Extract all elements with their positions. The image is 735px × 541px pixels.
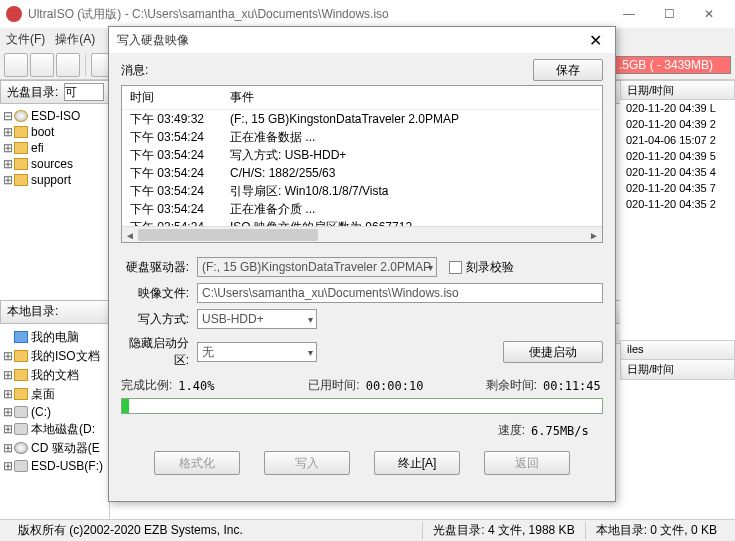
close-button[interactable]: ✕ [689, 0, 729, 28]
tree-item[interactable]: ⊞CD 驱动器(E [2, 439, 107, 458]
local-label: 本地目录: [7, 303, 58, 320]
chevron-down-icon: ▾ [428, 262, 433, 273]
titlebar: UltraISO (试用版) - C:\Users\samantha_xu\Do… [0, 0, 735, 28]
pct-value: 1.40% [178, 379, 248, 393]
speed-label: 速度: [498, 422, 525, 439]
abort-button[interactable]: 终止[A] [374, 451, 460, 475]
pct-label: 完成比例: [121, 377, 172, 394]
app-icon [6, 6, 22, 22]
remain-value: 00:11:45 [543, 379, 603, 393]
list-row[interactable]: 020-11-20 04:39 2 [620, 116, 735, 132]
log-h-scrollbar[interactable]: ◄ ► [122, 226, 602, 242]
right-date-header2[interactable]: 日期/时间 [620, 360, 735, 380]
toolbar-new-icon[interactable] [4, 53, 28, 77]
log-col-event: 事件 [222, 86, 262, 109]
status-copyright: 版权所有 (c)2002-2020 EZB Systems, Inc. [8, 522, 422, 539]
chevron-down-icon: ▾ [308, 347, 313, 358]
log-row[interactable]: 下午 03:54:24写入方式: USB-HDD+ [122, 146, 602, 164]
format-button[interactable]: 格式化 [154, 451, 240, 475]
log-row[interactable]: 下午 03:54:24ISO 映像文件的扇区数为 9667712 [122, 218, 602, 226]
chevron-down-icon: ▾ [308, 314, 313, 325]
tree-item[interactable]: ⊞support [2, 172, 107, 188]
drive-dropdown[interactable]: (F:, 15 GB)KingstonDataTraveler 2.0PMAP▾ [197, 257, 437, 277]
speed-value: 6.75MB/s [531, 424, 591, 438]
list-row[interactable]: 020-11-20 04:35 7 [620, 180, 735, 196]
write-button[interactable]: 写入 [264, 451, 350, 475]
status-local: 本地目录: 0 文件, 0 KB [585, 522, 727, 539]
log-col-time: 时间 [122, 86, 222, 109]
progress-fill [122, 399, 129, 413]
tree-item[interactable]: ⊞我的文档 [2, 366, 107, 385]
tree-item[interactable]: ⊞efi [2, 140, 107, 156]
write-disk-image-dialog: 写入硬盘映像 ✕ 消息: 保存 时间 事件 下午 03:49:32(F:, 15… [108, 26, 616, 502]
verify-label: 刻录校验 [466, 259, 514, 276]
tree-item[interactable]: ⊞sources [2, 156, 107, 172]
tree-computer[interactable]: 我的电脑 [2, 328, 107, 347]
list-row[interactable]: 020-11-20 04:39 L [620, 100, 735, 116]
optical-combo[interactable]: 可 [64, 83, 104, 101]
quick-boot-button[interactable]: 便捷启动 [503, 341, 603, 363]
dialog-titlebar: 写入硬盘映像 ✕ [109, 27, 615, 53]
tree-item[interactable]: ⊞ESD-USB(F:) [2, 458, 107, 474]
statusbar: 版权所有 (c)2002-2020 EZB Systems, Inc. 光盘目录… [0, 519, 735, 541]
window-title: UltraISO (试用版) - C:\Users\samantha_xu\Do… [28, 6, 609, 23]
capacity-text: .5GB ( - 3439MB) [619, 58, 713, 72]
log-row[interactable]: 下午 03:54:24C/H/S: 1882/255/63 [122, 164, 602, 182]
log-listbox[interactable]: 时间 事件 下午 03:49:32(F:, 15 GB)KingstonData… [121, 85, 603, 243]
list-row[interactable]: 020-11-20 04:35 2 [620, 196, 735, 212]
scroll-right-icon[interactable]: ► [586, 227, 602, 243]
dialog-title: 写入硬盘映像 [117, 32, 583, 49]
dialog-close-icon[interactable]: ✕ [583, 28, 607, 52]
right-list-slice: 日期/时间 020-11-20 04:39 L020-11-20 04:39 2… [620, 80, 735, 380]
tree-root[interactable]: ⊟ ESD-ISO [2, 108, 107, 124]
tree-item[interactable]: ⊞boot [2, 124, 107, 140]
image-label: 映像文件: [121, 285, 197, 302]
tree-item[interactable]: ⊞本地磁盘(D: [2, 420, 107, 439]
scroll-thumb[interactable] [138, 229, 318, 241]
tree-item[interactable]: ⊞(C:) [2, 404, 107, 420]
minimize-button[interactable]: — [609, 0, 649, 28]
write-mode-label: 写入方式: [121, 311, 197, 328]
hidden-boot-label: 隐藏启动分区: [121, 335, 197, 369]
log-row[interactable]: 下午 03:54:24正在准备数据 ... [122, 128, 602, 146]
verify-checkbox[interactable] [449, 261, 462, 274]
image-path-field[interactable]: C:\Users\samantha_xu\Documents\Windows.i… [197, 283, 603, 303]
log-row[interactable]: 下午 03:54:24正在准备介质 ... [122, 200, 602, 218]
optical-label: 光盘目录: [7, 84, 58, 101]
list-row[interactable]: 020-11-20 04:35 4 [620, 164, 735, 180]
elapsed-label: 已用时间: [308, 377, 359, 394]
toolbar-open-icon[interactable] [30, 53, 54, 77]
status-optical: 光盘目录: 4 文件, 1988 KB [422, 522, 584, 539]
message-label: 消息: [121, 62, 533, 79]
write-mode-dropdown[interactable]: USB-HDD+▾ [197, 309, 317, 329]
toolbar-save-icon[interactable] [56, 53, 80, 77]
capacity-bar: .5GB ( - 3439MB) [601, 56, 731, 74]
menu-operate[interactable]: 操作(A) [55, 31, 95, 48]
menu-file[interactable]: 文件(F) [6, 31, 45, 48]
log-row[interactable]: 下午 03:54:24引导扇区: Win10/8.1/8/7/Vista [122, 182, 602, 200]
tree-item[interactable]: ⊞桌面 [2, 385, 107, 404]
drive-label: 硬盘驱动器: [121, 259, 197, 276]
right-date-header[interactable]: 日期/时间 [620, 80, 735, 100]
maximize-button[interactable]: ☐ [649, 0, 689, 28]
optical-tree[interactable]: ⊟ ESD-ISO ⊞boot⊞efi⊞sources⊞support [0, 104, 110, 300]
elapsed-value: 00:00:10 [366, 379, 426, 393]
right-iles-header: iles [620, 340, 735, 360]
save-button[interactable]: 保存 [533, 59, 603, 81]
back-button[interactable]: 返回 [484, 451, 570, 475]
hidden-boot-dropdown[interactable]: 无▾ [197, 342, 317, 362]
tree-item[interactable]: ⊞我的ISO文档 [2, 347, 107, 366]
log-row[interactable]: 下午 03:49:32(F:, 15 GB)KingstonDataTravel… [122, 110, 602, 128]
local-tree[interactable]: 我的电脑 ⊞我的ISO文档⊞我的文档⊞桌面⊞(C:)⊞本地磁盘(D:⊞CD 驱动… [0, 324, 110, 520]
progress-bar [121, 398, 603, 414]
scroll-left-icon[interactable]: ◄ [122, 227, 138, 243]
remain-label: 剩余时间: [486, 377, 537, 394]
list-row[interactable]: 020-11-20 04:39 5 [620, 148, 735, 164]
list-row[interactable]: 021-04-06 15:07 2 [620, 132, 735, 148]
